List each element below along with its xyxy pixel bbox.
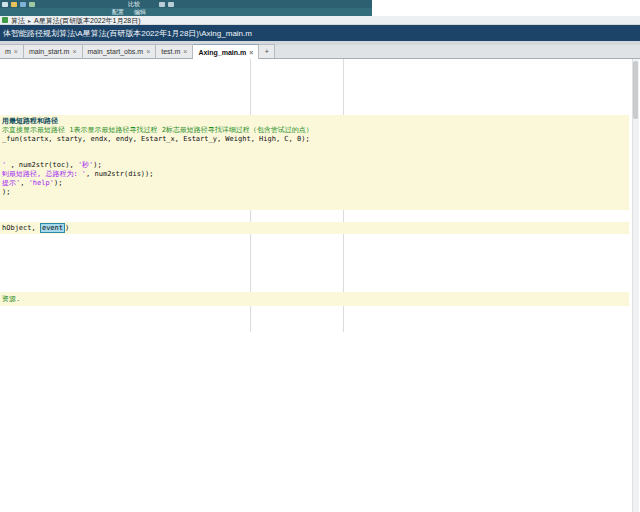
vertical-scrollbar[interactable] — [632, 59, 639, 512]
tab-document-0[interactable]: m × — [0, 44, 24, 58]
tab-close-icon[interactable]: × — [183, 48, 187, 55]
tab-document-2[interactable]: main_start_obs.m × — [83, 44, 157, 58]
breadcrumb-current-folder[interactable]: A星算法(百研版本2022年1月28日) — [34, 16, 141, 25]
tab-label: m — [5, 48, 11, 55]
code-line-dis: 到最短路径, 总路程为: ', num2str(dis)); — [2, 170, 154, 179]
tab-label: main_start_obs.m — [88, 48, 144, 55]
code-line-callback: hObject, event) — [2, 224, 69, 233]
tab-close-icon[interactable]: × — [249, 49, 253, 56]
toolstrip-row1: 比较 — [0, 0, 372, 8]
code-line-section-title: 用最短路程和路径 — [2, 117, 58, 126]
code-line-call: _fun(startx, starty, endx, endy, Estart_… — [2, 135, 310, 144]
chevron-right-icon: ▸ — [28, 17, 31, 24]
open-icon[interactable] — [11, 2, 17, 7]
code-section-callback: hObject, event) — [0, 222, 629, 234]
run-icon[interactable] — [2, 17, 8, 23]
tab-label: main_start.m — [29, 48, 69, 55]
tab-close-icon[interactable]: × — [14, 48, 18, 55]
code-line-bottom-comment: 资源. — [2, 295, 20, 304]
code-editor[interactable]: 用最短路程和路径 示直接显示最短路径 1表示显示最短路径寻找过程 2标志最短路径… — [0, 59, 640, 512]
new-script-icon[interactable] — [2, 2, 8, 7]
call-text: _fun(startx, starty, endx, endy, Estart_… — [2, 135, 310, 143]
breadcrumb: 算法 ▸ A星算法(百研版本2022年1月28日) — [0, 16, 640, 25]
find-files-icon[interactable] — [29, 2, 35, 7]
tab-document-1[interactable]: main_start.m × — [24, 44, 83, 58]
tab-document-3[interactable]: test.m × — [156, 44, 193, 58]
comment-text: 示直接显示最短路径 1表示显示最短路径寻找过程 2标志最短路径寻找详细过程（包含… — [2, 126, 313, 134]
tab-label: Axing_main.m — [198, 49, 246, 56]
matlab-window: 比较 配置 编辑 算法 ▸ A星算法(百研版本2022年1月28日) 体智能路径… — [0, 0, 640, 512]
save-icon[interactable] — [20, 2, 26, 7]
code-line-toc: ' , num2str(toc), '秒'); — [2, 161, 102, 170]
scrollbar-thumb[interactable] — [633, 61, 638, 119]
tab-close-icon[interactable]: × — [72, 48, 76, 55]
code-line-close: ); — [2, 188, 10, 197]
highlighted-variable: event — [40, 223, 65, 233]
compare-button[interactable]: 比较 — [128, 0, 140, 8]
tab-label: test.m — [161, 48, 180, 55]
editor-tabbar: m × main_start.m × main_start_obs.m × te… — [0, 45, 640, 59]
new-tab-button[interactable]: + — [259, 44, 275, 58]
bookmark-icon[interactable] — [168, 2, 174, 7]
code-line-comment: 示直接显示最短路径 1表示显示最短路径寻找过程 2标志最短路径寻找详细过程（包含… — [2, 126, 313, 135]
section-title-text: 用最短路程和路径 — [2, 117, 58, 125]
code-section-main: 用最短路程和路径 示直接显示最短路径 1表示显示最短路径寻找过程 2标志最短路径… — [0, 115, 629, 210]
go-to-icon[interactable] — [159, 2, 165, 7]
code-section-bottom: 资源. — [0, 292, 629, 306]
breadcrumb-root[interactable]: 算法 — [11, 16, 25, 25]
code-line-help: 提示', 'help'); — [2, 179, 62, 188]
document-path: 体智能路径规划算法\A星算法(百研版本2022年1月28日)\Axing_mai… — [3, 28, 252, 39]
tab-document-4-active[interactable]: Axing_main.m × — [193, 44, 259, 59]
tab-close-icon[interactable]: × — [146, 48, 150, 55]
document-path-bar: 体智能路径规划算法\A星算法(百研版本2022年1月28日)\Axing_mai… — [0, 25, 640, 41]
